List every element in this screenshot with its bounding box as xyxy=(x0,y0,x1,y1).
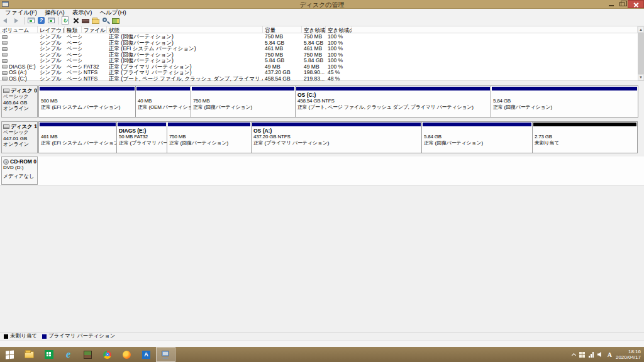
col-filesystem[interactable]: ファイル シス... xyxy=(82,26,107,33)
volume-icon xyxy=(2,77,8,80)
taskbar-chrome[interactable] xyxy=(97,347,117,362)
volume-row[interactable]: シンプル ベーシック 正常 (回復パーティション) 5.84 GB 5.84 G… xyxy=(0,40,638,47)
titlebar: ディスクの管理 xyxy=(0,0,644,9)
partition-disk1-os-a[interactable]: OS (A:) 437.20 GB NTFS 正常 (プライマリ パーティション… xyxy=(251,121,422,153)
system-tray: A 18:16 2020/04/17 xyxy=(572,347,644,362)
taskbar-blue-app[interactable]: A xyxy=(136,347,156,362)
network-icon[interactable] xyxy=(589,352,594,358)
drive-properties-icon[interactable] xyxy=(81,16,91,25)
blue-app-icon: A xyxy=(142,351,150,359)
col-status[interactable]: 状態 xyxy=(107,26,263,33)
scroll-down-icon[interactable]: ▼ xyxy=(638,74,644,80)
col-layout[interactable]: レイアウト xyxy=(38,26,65,33)
col-type[interactable]: 種類 xyxy=(65,26,82,33)
volume-row[interactable]: シンプル ベーシック 正常 (EFI システム パーティション) 461 MB … xyxy=(0,46,638,52)
menu-help[interactable]: ヘルプ(H) xyxy=(96,9,130,16)
scroll-up-icon[interactable]: ▲ xyxy=(638,26,644,33)
legend-bar: 未割り当て プライマリ パーティション xyxy=(0,332,644,340)
action-pane-icon[interactable] xyxy=(47,16,56,25)
volume-row[interactable]: OS (A:) シンプル ベーシック NTFS 正常 (プライマリ パーティショ… xyxy=(0,70,638,76)
volume-icon xyxy=(2,41,8,45)
open-folder-icon[interactable] xyxy=(91,16,101,25)
col-free[interactable]: 空き領域 xyxy=(302,26,326,33)
volume-icon xyxy=(2,65,8,69)
volume-icon xyxy=(2,59,8,63)
toolbar-separator xyxy=(24,17,25,25)
help-icon[interactable]: ? xyxy=(36,16,46,25)
window-title: ディスクの管理 xyxy=(0,1,644,9)
delete-volume-icon[interactable] xyxy=(71,16,80,25)
partition-disk0-recovery1[interactable]: 750 MB 正常 (回復パーティション) xyxy=(191,85,296,118)
taskbar-internet-explorer[interactable]: e xyxy=(58,347,78,362)
volume-icon xyxy=(2,71,8,75)
partition-disk1-unallocated[interactable]: 2.73 GB 未割り当て xyxy=(532,121,638,153)
start-button[interactable] xyxy=(0,347,19,362)
close-button[interactable] xyxy=(628,0,644,8)
volume-icon xyxy=(2,47,8,51)
restore-button[interactable] xyxy=(617,0,628,8)
ime-indicator[interactable]: A xyxy=(608,351,612,358)
partition-disk1-diags[interactable]: DIAGS (E:) 50 MB FAT32 正常 (プライマリ パーティション… xyxy=(116,121,167,153)
disk-management-icon xyxy=(161,351,170,359)
vertical-scrollbar[interactable]: ▲ ▼ xyxy=(638,26,644,80)
firefox-icon xyxy=(123,351,131,359)
partition-disk1-efi[interactable]: 461 MB 正常 (EFI システム パーティション) xyxy=(38,121,117,153)
disk0-label[interactable]: ディスク 0 ベーシック 465.64 GB オンライン xyxy=(1,85,38,118)
minimize-button[interactable] xyxy=(606,0,617,8)
taskbar-disk-management-active[interactable] xyxy=(156,347,175,362)
wizard-icon[interactable] xyxy=(111,16,121,25)
refresh-icon[interactable]: ↻ xyxy=(61,16,70,25)
partition-disk0-efi[interactable]: 500 MB 正常 (EFI システム パーティション) xyxy=(38,85,136,118)
cdrom-label[interactable]: CD-ROM 0 DVD (D:) メディアなし xyxy=(1,156,38,185)
unallocated-swatch xyxy=(4,334,8,339)
scroll-thumb[interactable] xyxy=(638,33,644,74)
partition-header xyxy=(423,123,531,126)
partition-header xyxy=(252,123,421,126)
volume-row[interactable]: シンプル ベーシック 正常 (回復パーティション) 750 MB 750 MB … xyxy=(0,52,638,58)
chrome-icon xyxy=(103,351,111,359)
volume-row[interactable]: シンプル ベーシック 正常 (回復パーティション) 750 MB 750 MB … xyxy=(0,34,638,40)
disk1-label[interactable]: ディスク 1 ベーシック 447.01 GB オンライン xyxy=(1,121,38,153)
volume-speaker-icon[interactable] xyxy=(597,351,604,358)
taskbar-store[interactable] xyxy=(39,347,58,362)
taskbar-minecraft[interactable] xyxy=(78,347,97,362)
volume-rows: シンプル ベーシック 正常 (回復パーティション) 750 MB 750 MB … xyxy=(0,34,638,82)
volume-list-pane: ボリューム レイアウト 種類 ファイル シス... 状態 容量 空き領域 空き領… xyxy=(0,26,644,81)
menu-view[interactable]: 表示(V) xyxy=(69,9,96,16)
forward-icon[interactable] xyxy=(12,16,21,25)
taskbar-firefox[interactable] xyxy=(117,347,136,362)
col-capacity[interactable]: 容量 xyxy=(263,26,302,33)
menu-file[interactable]: ファイル(F) xyxy=(1,9,41,16)
back-icon[interactable] xyxy=(2,16,11,25)
minecraft-icon xyxy=(84,351,92,359)
taskbar: e A xyxy=(0,347,644,362)
col-volume[interactable]: ボリューム xyxy=(0,26,38,33)
menubar: ファイル(F) 操作(A) 表示(V) ヘルプ(H) xyxy=(0,9,644,16)
file-explorer-icon xyxy=(25,351,34,358)
partition-disk0-os-c[interactable]: OS (C:) 458.54 GB NTFS 正常 (ブート, ページ ファイル… xyxy=(295,85,491,118)
partition-disk1-recovery1[interactable]: 750 MB 正常 (回復パーティション) xyxy=(167,121,252,153)
tray-clock[interactable]: 18:16 2020/04/17 xyxy=(616,349,641,360)
partition-disk0-oem[interactable]: 40 MB 正常 (OEM パーティション) xyxy=(135,85,191,118)
windows-logo-icon xyxy=(6,350,14,359)
volume-row[interactable]: DIAGS (E:) シンプル ベーシック FAT32 正常 (プライマリ パー… xyxy=(0,64,638,70)
volume-icon xyxy=(2,35,8,39)
tray-windows-icon[interactable] xyxy=(579,352,585,358)
partition-disk0-recovery2[interactable]: 5.84 GB 正常 (回復パーティション) xyxy=(491,85,638,118)
menu-action[interactable]: 操作(A) xyxy=(41,9,69,16)
primary-partition-swatch xyxy=(42,334,47,339)
partition-header xyxy=(192,87,294,90)
console-tree-icon[interactable] xyxy=(26,16,36,25)
partition-header xyxy=(168,123,250,126)
legend-primary: プライマリ パーティション xyxy=(42,332,116,340)
volume-list-header: ボリューム レイアウト 種類 ファイル シス... 状態 容量 空き領域 空き領… xyxy=(0,26,638,33)
volume-row[interactable]: OS (C:) シンプル ベーシック NTFS 正常 (ブート, ページ ファイ… xyxy=(0,76,638,82)
tray-chevron-icon[interactable] xyxy=(572,353,576,358)
taskbar-file-explorer[interactable] xyxy=(19,347,39,362)
disk-graph-pane: ディスク 0 ベーシック 465.64 GB オンライン 500 MB 正常 (… xyxy=(0,84,644,332)
search-icon[interactable] xyxy=(101,16,111,25)
volume-row[interactable]: シンプル ベーシック 正常 (回復パーティション) 5.84 GB 5.84 G… xyxy=(0,58,638,64)
col-freepct[interactable]: 空き領域の割... xyxy=(326,26,352,33)
volume-icon xyxy=(2,53,8,57)
partition-disk1-recovery2[interactable]: 5.84 GB 正常 (回復パーティション) xyxy=(421,121,533,153)
